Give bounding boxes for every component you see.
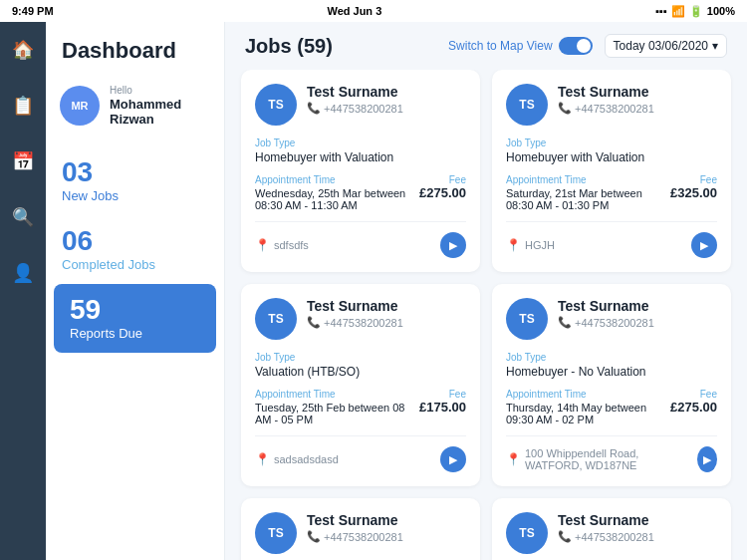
job-card-header-3: TS Test Surname 📞 +447538200281 [255,298,466,340]
job-appointment-row-1: Appointment Time Wednesday, 25th Mar bet… [255,174,466,211]
completed-jobs-label: Completed Jobs [62,257,208,272]
job-type-value-3: Valuation (HTB/SO) [255,365,466,379]
job-phone-2: 📞 +447538200281 [558,102,654,115]
job-fee-section-4: Fee £275.00 [670,389,717,415]
job-card-header-4: TS Test Surname 📞 +447538200281 [506,298,717,340]
sidebar-item-completed-jobs[interactable]: 06 Completed Jobs [46,215,224,284]
job-card-1[interactable]: TS Test Surname 📞 +447538200281 Job Type… [241,70,480,272]
job-footer-4: 📍 100 Whippendell Road, WATFORD, WD187NE… [506,446,717,472]
job-card-2[interactable]: TS Test Surname 📞 +447538200281 Job Type… [492,70,731,272]
job-phone-6: 📞 +447538200281 [558,530,654,543]
job-card-5[interactable]: TS Test Surname 📞 +447538200281 [241,498,480,560]
job-type-value-2: Homebuyer with Valuation [506,150,717,164]
job-card-header-5: TS Test Surname 📞 +447538200281 [255,512,466,554]
phone-icon-5: 📞 [307,530,321,543]
job-arrow-3[interactable]: ▶ [440,446,466,472]
job-phone-4: 📞 +447538200281 [558,316,654,329]
job-contact-1: Test Surname 📞 +447538200281 [307,84,403,115]
date-label: Today 03/06/2020 [614,39,708,53]
job-avatar-4: TS [506,298,548,340]
sidebar-item-reports-due[interactable]: 59 Reports Due [54,284,216,353]
switch-map-button[interactable]: Switch to Map View [448,37,593,55]
main-content: Jobs (59) Switch to Map View Today 03/06… [225,22,747,560]
reports-due-label: Reports Due [70,326,200,341]
job-arrow-4[interactable]: ▶ [697,446,717,472]
job-arrow-1[interactable]: ▶ [440,232,466,258]
job-location-1: 📍 sdfsdfs [255,238,309,252]
fee-value-4: £275.00 [670,400,717,415]
battery-icon: 🔋 [689,5,703,18]
signal-icon: ▪▪▪ [655,5,667,17]
jobs-grid: TS Test Surname 📞 +447538200281 Job Type… [225,70,747,560]
job-contact-6: Test Surname 📞 +447538200281 [558,512,654,543]
job-card-4[interactable]: TS Test Surname 📞 +447538200281 Job Type… [492,284,731,486]
fee-label-1: Fee [419,174,466,185]
job-card-header-6: TS Test Surname 📞 +447538200281 [506,512,717,554]
user-name: MohammedRizwan [110,97,181,127]
main-header: Jobs (59) Switch to Map View Today 03/06… [225,22,747,70]
location-pin-icon-1: 📍 [255,238,270,252]
job-avatar-2: TS [506,84,548,126]
wifi-icon: 📶 [671,5,685,18]
nav-home-icon[interactable]: 🏠 [7,34,39,66]
status-time: 9:49 PM [12,5,54,17]
phone-icon-1: 📞 [307,102,321,115]
appt-label-1: Appointment Time [255,174,411,185]
job-appt-section-2: Appointment Time Saturday, 21st Mar betw… [506,174,662,211]
job-phone-1: 📞 +447538200281 [307,102,403,115]
fee-label-3: Fee [419,389,466,400]
job-type-label-2: Job Type [506,138,717,148]
job-avatar-1: TS [255,84,297,126]
appt-label-2: Appointment Time [506,174,662,185]
appt-value-4: Thursday, 14th May between 09:30 AM - 02… [506,402,662,425]
job-appointment-row-2: Appointment Time Saturday, 21st Mar betw… [506,174,717,211]
job-card-header-2: TS Test Surname 📞 +447538200281 [506,84,717,126]
job-card-3[interactable]: TS Test Surname 📞 +447538200281 Job Type… [241,284,480,486]
location-pin-icon-3: 📍 [255,452,270,466]
date-selector[interactable]: Today 03/06/2020 ▾ [605,34,727,58]
switch-map-label: Switch to Map View [448,39,553,53]
job-name-6: Test Surname [558,512,654,528]
divider-1 [255,221,466,222]
job-footer-2: 📍 HGJH ▶ [506,232,717,258]
user-section: MR Hello MohammedRizwan [46,84,224,146]
completed-jobs-count: 06 [62,227,208,255]
job-type-label-4: Job Type [506,352,717,363]
fee-value-2: £325.00 [670,185,717,200]
nav-jobs-icon[interactable]: 📋 [7,90,39,122]
job-arrow-2[interactable]: ▶ [691,232,717,258]
appt-value-2: Saturday, 21st Mar between 08:30 AM - 01… [506,187,662,211]
avatar: MR [60,86,100,126]
nav-user-icon[interactable]: 👤 [7,257,39,289]
status-right: ▪▪▪ 📶 🔋 100% [655,5,735,18]
job-name-2: Test Surname [558,84,654,100]
job-type-value-4: Homebuyer - No Valuation [506,365,717,379]
app-container: 🏠 📋 📅 🔍 👤 Dashboard MR Hello MohammedRiz… [0,22,747,560]
sidebar-item-new-jobs[interactable]: 03 New Jobs [46,146,224,215]
nav-calendar-icon[interactable]: 📅 [7,145,39,177]
sidebar-title: Dashboard [46,38,224,84]
job-location-4: 📍 100 Whippendell Road, WATFORD, WD187NE [506,447,697,471]
job-type-label-3: Job Type [255,352,466,363]
nav-search-icon[interactable]: 🔍 [7,201,39,233]
phone-icon-6: 📞 [558,530,572,543]
job-footer-3: 📍 sadsadsdasd ▶ [255,446,466,472]
job-card-6[interactable]: TS Test Surname 📞 +447538200281 [492,498,731,560]
job-avatar-3: TS [255,298,297,340]
appt-value-3: Tuesday, 25th Feb between 08 AM - 05 PM [255,402,411,425]
job-appt-section-3: Appointment Time Tuesday, 25th Feb betwe… [255,389,411,425]
phone-icon-4: 📞 [558,316,572,329]
job-appt-section-1: Appointment Time Wednesday, 25th Mar bet… [255,174,411,211]
job-contact-4: Test Surname 📞 +447538200281 [558,298,654,329]
job-type-value-1: Homebuyer with Valuation [255,150,466,164]
map-toggle[interactable] [559,37,593,55]
job-appointment-row-4: Appointment Time Thursday, 14th May betw… [506,389,717,425]
nav-rail: 🏠 📋 📅 🔍 👤 [0,22,46,560]
chevron-down-icon: ▾ [712,39,718,53]
user-info: Hello MohammedRizwan [110,84,181,127]
greeting-text: Hello [110,84,181,97]
phone-icon-3: 📞 [307,316,321,329]
reports-due-count: 59 [70,296,200,324]
job-location-3: 📍 sadsadsdasd [255,452,339,466]
job-footer-1: 📍 sdfsdfs ▶ [255,232,466,258]
